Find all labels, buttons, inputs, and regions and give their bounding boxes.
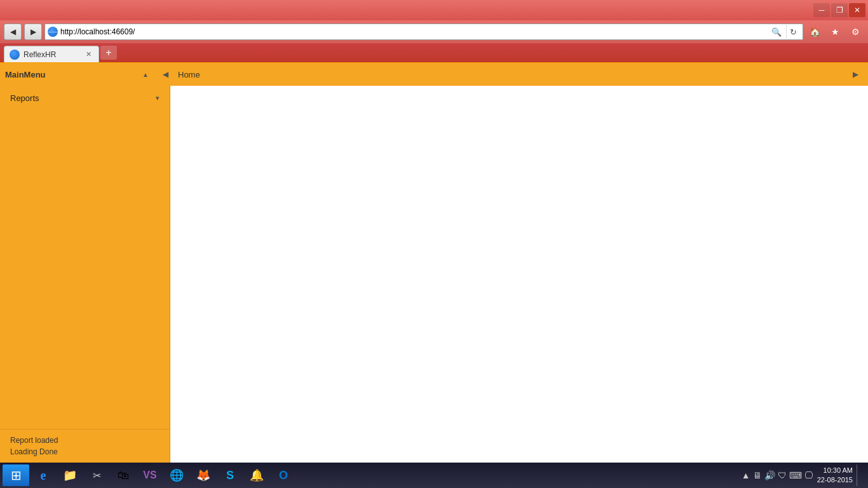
reports-chevron-icon: ▾	[156, 94, 159, 102]
browser-content: MainMenu ▲ ◀ Home ▶ Reports ▾	[0, 62, 868, 463]
tray-icons: ▲ 🖥 🔊 🛡 ⌨ 🖵	[742, 470, 813, 480]
favorites-button[interactable]: ★	[826, 24, 844, 40]
top-nav: MainMenu ▲ ◀ Home ▶	[0, 63, 868, 86]
tray-antivirus-icon[interactable]: 🛡	[778, 470, 787, 480]
sidebar-menu: Reports ▾	[0, 86, 170, 429]
taskbar-firefox-app[interactable]: 🦊	[191, 464, 216, 486]
taskbar-skype-app[interactable]: S	[217, 464, 243, 486]
forward-button[interactable]: ▶	[24, 24, 42, 40]
tray-network-icon[interactable]: 🖥	[753, 470, 762, 480]
nav-home-label: Home	[173, 70, 848, 79]
tray-keyboard-icon[interactable]: ⌨	[789, 470, 802, 480]
main-menu-text: MainMenu	[5, 70, 46, 79]
tray-audio-icon[interactable]: 🔊	[764, 470, 775, 480]
active-tab[interactable]: ReflexHR ✕	[4, 46, 99, 62]
clock-date: 22-08-2015	[817, 475, 853, 485]
content-layout: Reports ▾ Report loaded Loading Done	[0, 86, 868, 463]
sidebar: Reports ▾ Report loaded Loading Done	[0, 86, 170, 463]
sidebar-item-reports[interactable]: Reports ▾	[0, 88, 170, 108]
taskbar: ⊞ e 📁 ✂ 🛍 VS 🌐 🦊 S 🔔 O	[0, 463, 868, 488]
taskbar-snipping-app[interactable]: ✂	[84, 464, 109, 486]
back-button[interactable]: ◀	[4, 24, 22, 40]
home-button[interactable]: 🏠	[806, 24, 824, 40]
main-content	[170, 86, 868, 463]
sidebar-status: Report loaded Loading Done	[0, 429, 170, 463]
main-menu-label-bar: MainMenu ▲	[5, 69, 158, 80]
toolbar: ◀ ▶ 🔍 ↻ 🏠 ★ ⚙	[0, 20, 868, 43]
new-tab-button[interactable]: +	[100, 46, 117, 60]
tab-close-button[interactable]: ✕	[83, 50, 93, 60]
tab-label: ReflexHR	[24, 50, 56, 59]
address-input[interactable]	[60, 27, 767, 36]
taskbar-outlook-app[interactable]: O	[271, 464, 296, 486]
nav-left-arrow[interactable]: ◀	[158, 67, 173, 82]
taskbar-explorer-app[interactable]: 📁	[57, 464, 83, 486]
system-tray: ▲ 🖥 🔊 🛡 ⌨ 🖵 10:30 AM 22-08-2015	[736, 464, 865, 486]
titlebar: ─ ❐ ✕	[0, 0, 868, 20]
clock[interactable]: 10:30 AM 22-08-2015	[817, 466, 853, 485]
close-button[interactable]: ✕	[849, 3, 865, 17]
browser-window: ─ ❐ ✕ ◀ ▶ 🔍 ↻ 🏠 ★ ⚙ ReflexHR ✕ +	[0, 0, 868, 488]
refresh-button[interactable]: ↻	[786, 25, 800, 39]
tab-favicon	[10, 50, 20, 60]
address-bar: 🔍 ↻	[44, 24, 803, 40]
minimize-button[interactable]: ─	[813, 3, 830, 17]
taskbar-vs-app[interactable]: VS	[137, 464, 163, 486]
search-button[interactable]: 🔍	[770, 25, 783, 39]
reports-label: Reports	[10, 93, 156, 103]
ie-globe-icon	[48, 27, 58, 37]
taskbar-ie-app[interactable]: e	[31, 464, 56, 486]
nav-right-arrow[interactable]: ▶	[848, 67, 863, 82]
taskbar-store-app[interactable]: 🛍	[111, 464, 136, 486]
clock-time: 10:30 AM	[817, 466, 853, 475]
settings-button[interactable]: ⚙	[846, 24, 864, 40]
status-line-2: Loading Done	[10, 446, 159, 458]
status-line-1: Report loaded	[10, 435, 159, 446]
start-button[interactable]: ⊞	[3, 464, 29, 486]
tab-bar: ReflexHR ✕ +	[0, 43, 868, 62]
tray-arrow-icon[interactable]: ▲	[742, 470, 750, 480]
restore-button[interactable]: ❐	[831, 3, 848, 17]
tray-display-icon[interactable]: 🖵	[804, 470, 813, 480]
show-desktop-button[interactable]	[857, 464, 860, 486]
taskbar-chrome-app[interactable]: 🌐	[164, 464, 189, 486]
collapse-button[interactable]: ▲	[140, 69, 151, 80]
taskbar-vlc-app[interactable]: 🔔	[244, 464, 269, 486]
app-wrapper: MainMenu ▲ ◀ Home ▶ Reports ▾	[0, 63, 868, 463]
